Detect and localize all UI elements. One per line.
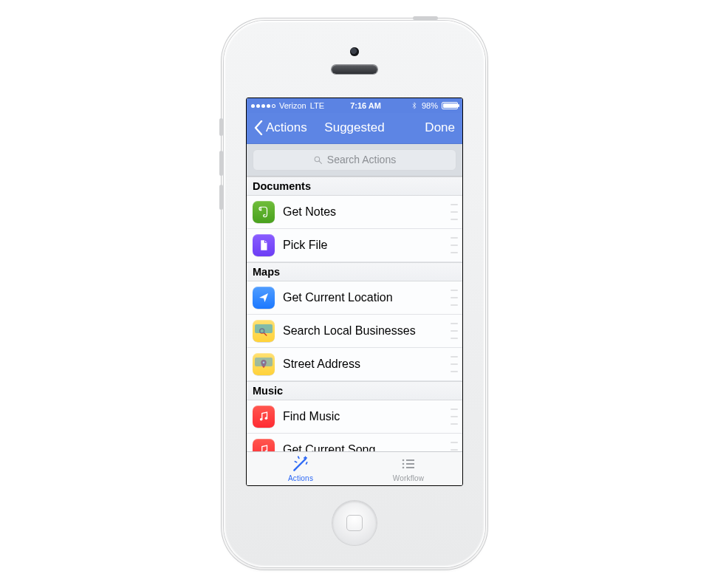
iphone-device-frame: Verizon LTE 7:16 AM 98% [224, 21, 485, 567]
drag-handle-icon[interactable] [451, 356, 458, 372]
home-button[interactable] [332, 501, 377, 545]
network-label: LTE [310, 101, 324, 110]
drag-handle-icon[interactable] [451, 442, 458, 451]
status-bar: Verizon LTE 7:16 AM 98% [247, 98, 462, 113]
action-get-current-location[interactable]: Get Current Location [247, 281, 462, 315]
action-pick-file[interactable]: Pick File [247, 229, 462, 262]
svg-point-5 [260, 418, 263, 421]
evernote-icon [253, 201, 275, 223]
earpiece-speaker [332, 65, 377, 74]
page-title: Suggested [324, 120, 384, 135]
search-icon [313, 155, 323, 165]
action-get-notes[interactable]: Get Notes [247, 196, 462, 229]
music-note-icon [253, 439, 275, 451]
chevron-left-icon [254, 120, 263, 135]
drag-handle-icon[interactable] [451, 323, 458, 339]
clock: 7:16 AM [350, 101, 381, 110]
drag-handle-icon[interactable] [451, 408, 458, 425]
battery-icon [442, 102, 458, 109]
action-search-local-businesses[interactable]: Search Local Businesses [247, 315, 462, 348]
carrier-label: Verizon [279, 101, 306, 110]
search-placeholder: Search Actions [327, 154, 396, 165]
power-button [413, 16, 438, 20]
music-note-icon [253, 406, 275, 428]
action-label: Street Address [283, 358, 360, 371]
svg-point-9 [403, 459, 405, 462]
action-label: Search Local Businesses [283, 324, 416, 338]
tab-workflow[interactable]: Workflow [354, 452, 462, 485]
tab-bar: Actions Workflow [247, 451, 462, 485]
volume-down-button [219, 185, 223, 210]
location-arrow-icon [253, 287, 275, 309]
bluetooth-icon [411, 101, 418, 110]
svg-point-0 [315, 157, 320, 162]
svg-point-13 [403, 467, 405, 469]
signal-strength-icon [251, 104, 275, 108]
action-label: Pick File [283, 239, 327, 252]
action-label: Find Music [283, 410, 340, 423]
screen: Verizon LTE 7:16 AM 98% [246, 98, 463, 486]
svg-point-11 [403, 463, 405, 465]
svg-point-6 [265, 417, 268, 420]
section-header-documents: Documents [247, 177, 462, 196]
action-get-current-song[interactable]: Get Current Song [247, 434, 462, 451]
drag-handle-icon[interactable] [451, 204, 458, 220]
mute-switch [219, 118, 223, 136]
svg-point-2 [260, 329, 264, 333]
done-button[interactable]: Done [425, 120, 455, 135]
svg-point-4 [263, 361, 265, 363]
section-header-maps: Maps [247, 262, 462, 281]
svg-rect-14 [406, 467, 414, 468]
tab-label: Workflow [393, 474, 425, 482]
file-icon [253, 234, 275, 256]
list-icon [400, 455, 417, 473]
drag-handle-icon[interactable] [451, 237, 458, 253]
drag-handle-icon[interactable] [451, 290, 458, 306]
map-pin-icon [253, 353, 275, 375]
battery-percent: 98% [422, 101, 438, 110]
business-search-icon [253, 320, 275, 342]
action-street-address[interactable]: Street Address [247, 348, 462, 381]
actions-list[interactable]: Documents Get Notes Pick File Maps [247, 177, 462, 451]
back-label: Actions [266, 120, 307, 135]
action-label: Get Current Song [283, 443, 375, 451]
back-button[interactable]: Actions [254, 120, 307, 135]
tab-actions[interactable]: Actions [247, 452, 354, 485]
action-find-music[interactable]: Find Music [247, 400, 462, 434]
volume-up-button [219, 151, 223, 176]
svg-rect-12 [406, 463, 414, 465]
search-bar-container: Search Actions [247, 144, 462, 177]
action-label: Get Current Location [283, 291, 393, 304]
svg-line-1 [319, 161, 321, 163]
front-camera [350, 47, 359, 56]
stage: Verizon LTE 7:16 AM 98% [0, 0, 709, 588]
navigation-bar: Actions Suggested Done [247, 113, 462, 143]
tab-label: Actions [288, 474, 313, 482]
svg-rect-10 [406, 459, 414, 461]
search-input[interactable]: Search Actions [253, 149, 456, 171]
action-label: Get Notes [283, 205, 336, 219]
magic-wand-icon [291, 455, 310, 473]
section-header-music: Music [247, 381, 462, 400]
svg-line-3 [264, 332, 267, 335]
